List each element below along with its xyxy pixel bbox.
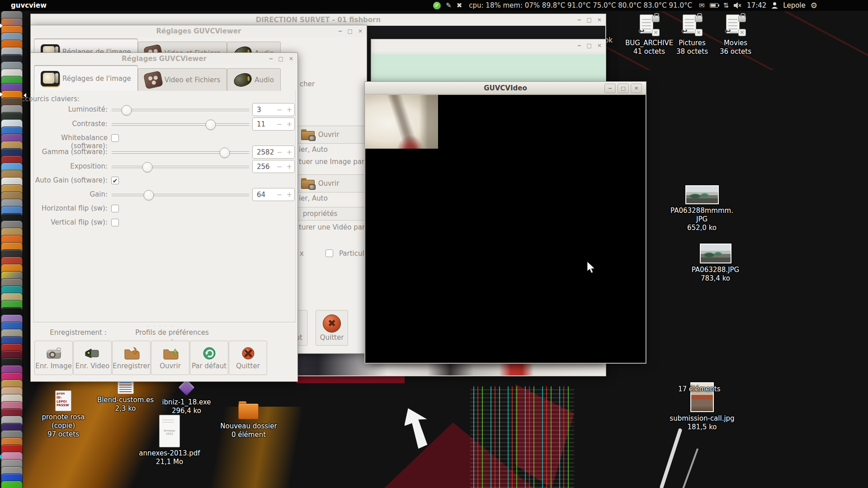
slider-handle[interactable] [219, 147, 230, 158]
value-spinbox[interactable]: 2582−+ [252, 145, 295, 159]
maximize-icon[interactable]: □ [618, 84, 629, 93]
enr-video-button[interactable]: Enr. Video [73, 341, 112, 375]
icon-label: pronote rosa [42, 413, 85, 422]
increment-icon[interactable]: + [284, 191, 294, 199]
open-image-label: Ouvrir [318, 131, 340, 139]
close-icon[interactable]: ✕ [597, 17, 602, 23]
particles-checkbox[interactable] [326, 249, 333, 257]
close-icon[interactable]: ✕ [289, 56, 293, 61]
fishborn-titlebar[interactable]: DIRECTION SURVET - 01 fishborn ‒ □ ✕ [31, 14, 606, 26]
ok-badge-icon[interactable]: ✓ [433, 2, 441, 9]
spinbox-value: 2582 [257, 148, 274, 156]
slider-track[interactable] [111, 123, 250, 126]
quitter-button[interactable]: Quitter [229, 341, 267, 375]
desktop-icon-bug-archive[interactable]: ✕↩ BUG_ARCHIVE 41 octets [626, 14, 673, 56]
desktop-icon-annexes-pdf[interactable]: Annexes2013 annexes-2013.pdf 21,1 Mo [138, 415, 201, 466]
desktop-icon-photo-1[interactable]: PA063288mmmm. JPG 652,0 ko [674, 185, 730, 233]
tab-image-settings[interactable]: Réglages de l'image [34, 65, 138, 91]
settings-back-titlebar[interactable]: Réglages GUVCViewer ‒ □ ✕ [31, 25, 367, 37]
tab-audio[interactable]: Audio [227, 68, 281, 91]
increment-icon[interactable]: + [284, 120, 294, 128]
dock-icon[interactable] [1, 481, 23, 488]
gear-icon[interactable]: ⚙ [811, 0, 817, 10]
slider-track[interactable] [111, 194, 250, 196]
increment-icon[interactable]: + [284, 148, 294, 156]
enregistrer-button[interactable]: Enregistrer [112, 341, 151, 375]
minimize-icon[interactable]: ‒ [338, 28, 342, 34]
desktop-item-count: 17 éléments [678, 385, 721, 394]
minimize-icon[interactable]: ‒ [604, 84, 616, 93]
icon-label: annexes-2013.pdf [139, 449, 200, 458]
maximize-icon[interactable]: □ [587, 43, 592, 48]
minimize-icon[interactable]: ‒ [269, 56, 273, 61]
panel-app-title[interactable]: guvcview [11, 1, 47, 9]
tab-video-files[interactable]: Video et Fichiers [138, 68, 227, 91]
par-d-faut-button[interactable]: Par défaut [190, 341, 228, 375]
desktop-icon-nouveau-dossier[interactable]: Nouveau dossier 0 élément [217, 401, 280, 439]
enr-image-button[interactable]: Enr. Image [34, 341, 73, 375]
slider-handle[interactable] [142, 162, 152, 172]
close-icon[interactable]: ✕ [631, 84, 642, 93]
document-titlebar[interactable]: ‒ □ ✕ [371, 39, 606, 52]
increment-icon[interactable]: + [284, 106, 294, 114]
volume-muted-icon[interactable] [734, 2, 742, 9]
decrement-icon[interactable]: − [274, 120, 284, 128]
close-icon[interactable]: ✕ [358, 28, 363, 34]
checkbox[interactable] [111, 219, 119, 226]
close-icon[interactable]: ✕ [597, 43, 602, 48]
settings-titlebar[interactable]: Réglages GUVCViewer ‒ □ ✕ [31, 53, 297, 65]
decrement-icon[interactable]: − [274, 191, 284, 199]
desktop-icon-movies[interactable]: ✕↩ Movies 36 octets [715, 14, 756, 56]
minimize-icon[interactable]: ‒ [577, 43, 581, 48]
slider-track[interactable] [111, 166, 250, 168]
desktop-icon-ibniz[interactable]: ibniz-1_18.exe 296,4 ko [156, 379, 217, 415]
maximize-icon[interactable]: □ [278, 56, 283, 61]
desktop-icon-pronote[interactable]: pron ID: LEPO! PASSW pronote rosa (copie… [36, 390, 90, 439]
quit-icon: ✖ [323, 314, 341, 333]
desktop-icon-pictures[interactable]: ✕↩ Pictures 38 octets [672, 14, 712, 56]
slider-track[interactable] [111, 109, 250, 111]
photo-thumbnail [685, 185, 719, 204]
desktop-icon-blend-custom[interactable]: Blend-custom.es 2,3 ko [93, 380, 158, 413]
network-arrows-icon[interactable]: ⇅ [723, 0, 729, 10]
desktop-icon-photo-2[interactable]: PA063288.JPG 783,4 ko [687, 244, 744, 283]
value-spinbox[interactable]: 11−+ [252, 117, 295, 131]
increment-icon[interactable]: + [284, 163, 294, 171]
value-spinbox[interactable]: 256−+ [252, 160, 295, 173]
auto-fragment: ier, Auto [299, 145, 328, 154]
slider-handle[interactable] [206, 119, 216, 130]
window-guvcvideo: GUVCVIdeo ‒ □ ✕ [364, 81, 646, 364]
maximize-icon[interactable]: □ [587, 17, 592, 23]
checkbox[interactable] [111, 134, 119, 142]
slider-handle[interactable] [121, 105, 132, 115]
quit-button-back[interactable]: ✖ Quitter [316, 310, 348, 346]
video-titlebar[interactable]: GUVCVIdeo ‒ □ ✕ [365, 82, 646, 94]
decrement-icon[interactable]: − [274, 163, 284, 171]
quit-label: Quitter [320, 333, 344, 342]
video-canvas [365, 95, 646, 363]
maximize-icon[interactable]: □ [348, 28, 353, 34]
icon-label: BUG_ARCHIVE [625, 39, 673, 47]
panel-username[interactable]: Lepole [783, 1, 805, 9]
video-camera-icon [84, 346, 101, 361]
ouvrir-button[interactable]: Ouvrir [151, 341, 189, 375]
checkbox[interactable] [111, 205, 119, 212]
mail-icon[interactable]: ✉ [699, 0, 705, 10]
value-spinbox[interactable]: 3−+ [252, 103, 295, 116]
icon-size: 296,4 ko [172, 407, 201, 415]
value-spinbox[interactable]: 64−+ [252, 188, 295, 201]
battery-icon[interactable] [710, 3, 718, 8]
edit-icon[interactable]: ✎ [446, 0, 452, 10]
slider-track[interactable] [111, 151, 250, 154]
checkbox[interactable]: ✔ [111, 177, 119, 184]
minimize-icon[interactable]: ‒ [577, 17, 581, 23]
decrement-icon[interactable]: − [274, 148, 284, 156]
panel-clock[interactable]: 17:42 [747, 1, 766, 9]
slider-handle[interactable] [143, 190, 154, 200]
video-title: GUVCVIdeo [484, 84, 527, 92]
icon-size: 41 octets [633, 47, 665, 56]
offline-icon[interactable]: ✖ [457, 0, 462, 10]
decrement-icon[interactable]: − [274, 106, 284, 114]
spinbox-value: 64 [257, 191, 274, 199]
spinbox-value: 3 [257, 106, 274, 114]
